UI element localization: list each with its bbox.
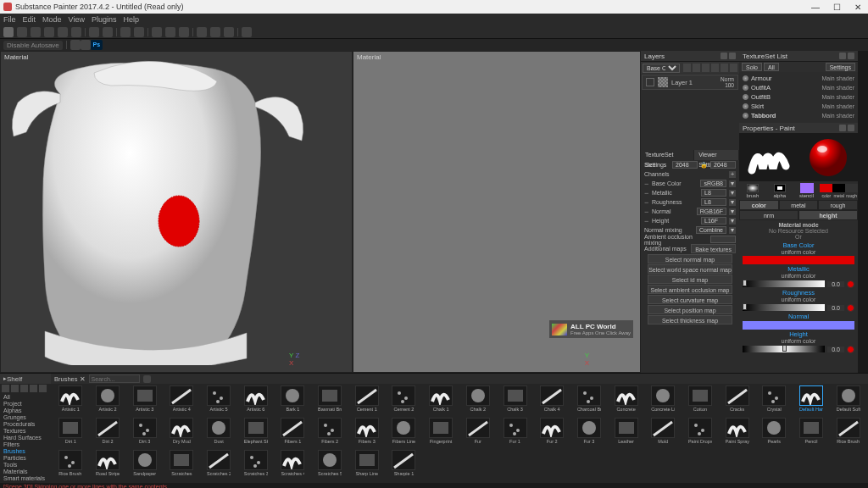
textureset-list-header[interactable]: TextureSet List xyxy=(739,51,858,62)
brush-thumbnail[interactable] xyxy=(355,385,379,406)
blend-mode-select[interactable]: Base Col… xyxy=(643,64,680,73)
substance-icon[interactable] xyxy=(242,27,252,37)
brush-thumbnail[interactable] xyxy=(615,418,638,438)
layer-thumbnail[interactable] xyxy=(658,77,668,87)
shelf-category[interactable]: Materials xyxy=(0,469,51,475)
remove-channel-icon[interactable]: − xyxy=(644,189,649,197)
viewport-3d[interactable]: Material Y ZX xyxy=(0,51,353,373)
brush-preset[interactable]: Elephant Skin xyxy=(237,418,274,449)
remove-channel-icon[interactable]: − xyxy=(644,217,649,225)
remove-channel-icon[interactable]: − xyxy=(644,198,649,207)
base-color-mode[interactable]: uniform color xyxy=(739,249,858,255)
brush-thumbnail[interactable] xyxy=(133,385,157,406)
brush-preset[interactable]: Fur 3 xyxy=(571,418,608,449)
undock-icon[interactable] xyxy=(721,53,727,59)
channel-format-select[interactable]: L8 xyxy=(701,198,726,206)
metallic-slider[interactable]: 0.0 xyxy=(739,279,858,289)
shelf-search-input[interactable] xyxy=(89,374,140,383)
smudge-tool-icon[interactable] xyxy=(58,27,68,37)
shelf-view-icon[interactable] xyxy=(2,385,9,392)
tab-brush[interactable]: brush xyxy=(739,181,766,200)
brush-thumbnail[interactable] xyxy=(726,385,749,406)
brush-preset[interactable]: Road Stripes xyxy=(90,450,126,481)
brush-preset[interactable]: Dirt 3 xyxy=(126,418,163,449)
perspective-icon[interactable] xyxy=(152,27,162,37)
iray-icon[interactable] xyxy=(197,27,207,37)
channel-metal-toggle[interactable]: metal xyxy=(779,200,819,210)
quickmask-icon[interactable] xyxy=(103,27,113,37)
brush-preset[interactable]: Rice Brush xyxy=(830,418,866,449)
menu-edit[interactable]: Edit xyxy=(23,15,36,24)
brush-preset[interactable]: Sharp Line xyxy=(348,450,385,481)
brush-thumbnail[interactable] xyxy=(281,418,304,438)
brush-thumbnail[interactable] xyxy=(466,385,490,406)
brush-preset[interactable]: Bark 1 xyxy=(275,385,311,417)
brush-preset[interactable]: Scratches 3 xyxy=(237,450,274,481)
menu-file[interactable]: File xyxy=(3,15,16,24)
shelf-category[interactable]: Alphas xyxy=(0,408,51,414)
maximize-button[interactable]: ☐ xyxy=(830,3,844,12)
size-select-2[interactable]: 2048 xyxy=(710,161,736,169)
add-fill-icon[interactable] xyxy=(711,64,719,72)
brush-thumbnail[interactable] xyxy=(540,418,564,438)
orthographic-icon[interactable] xyxy=(165,27,175,37)
symmetry-icon[interactable] xyxy=(120,27,131,37)
brush-preset[interactable]: Cotton xyxy=(682,385,719,417)
brush-preset[interactable]: Chalk 3 xyxy=(497,385,533,417)
brush-preset[interactable]: Dirt 1 xyxy=(53,418,89,449)
undo-icon[interactable] xyxy=(70,40,81,50)
height-slider[interactable]: 0.0 xyxy=(739,344,858,354)
delete-layer-icon[interactable] xyxy=(730,64,737,72)
visibility-toggle-icon[interactable] xyxy=(646,78,654,86)
properties-panel-header[interactable]: Properties - Paint xyxy=(739,123,858,134)
brush-preset[interactable]: Artistic 1 xyxy=(53,385,89,417)
brush-thumbnail[interactable] xyxy=(96,385,120,406)
close-panel-icon[interactable] xyxy=(848,53,854,59)
channel-format-select[interactable]: L8 xyxy=(701,189,726,197)
textureset-item[interactable]: SkirtMain shader xyxy=(741,102,856,111)
brush-thumbnail[interactable] xyxy=(615,385,638,406)
height-mode[interactable]: uniform color xyxy=(739,338,858,344)
brush-thumbnail[interactable] xyxy=(170,450,193,470)
close-panel-icon[interactable] xyxy=(729,53,736,59)
brush-preset[interactable]: Pearls xyxy=(756,418,793,449)
brush-thumbnail[interactable] xyxy=(170,418,193,438)
textureset-shader[interactable]: Main shader xyxy=(821,75,854,81)
remove-channel-icon[interactable]: − xyxy=(644,208,649,216)
shelf-view-icon[interactable] xyxy=(30,385,37,392)
brush-preset[interactable]: Fur xyxy=(460,418,497,449)
brush-thumbnail[interactable] xyxy=(837,385,860,406)
close-button[interactable]: ✕ xyxy=(851,3,865,12)
textureset-shader[interactable]: Main shader xyxy=(821,94,854,100)
brush-thumbnail[interactable] xyxy=(429,385,453,406)
brush-thumbnail[interactable] xyxy=(133,450,157,470)
channel-menu-icon[interactable]: ▾ xyxy=(729,180,736,187)
channel-rough-toggle[interactable]: rough xyxy=(818,200,858,210)
visibility-icon[interactable] xyxy=(743,113,748,119)
size-select-1[interactable]: 2048 xyxy=(672,161,698,169)
polyfill-tool-icon[interactable] xyxy=(44,27,54,37)
brush-thumbnail[interactable] xyxy=(170,385,193,406)
all-button[interactable]: All xyxy=(764,63,779,71)
channel-color-toggle[interactable]: color xyxy=(739,200,779,210)
brush-preset[interactable]: Concrete xyxy=(608,385,644,417)
map-select-button[interactable]: Select normal map xyxy=(648,254,732,263)
brush-preset[interactable]: Charcoal Br... xyxy=(571,385,608,417)
brush-thumbnail[interactable] xyxy=(726,418,749,438)
redo-icon[interactable] xyxy=(81,40,91,50)
channel-menu-icon[interactable]: ▾ xyxy=(729,208,736,215)
channel-menu-icon[interactable]: ▾ xyxy=(729,199,736,206)
roughness-mode[interactable]: uniform color xyxy=(739,297,858,302)
shelf-category[interactable]: Hard Surfaces xyxy=(0,435,51,441)
brush-preset[interactable]: Mold xyxy=(645,418,682,449)
brush-preset[interactable]: Chalk 2 xyxy=(460,385,497,417)
shelf-category[interactable]: All xyxy=(0,394,51,401)
viewport-2d[interactable]: Material YX ALL PC World Free Apps One C… xyxy=(353,51,641,373)
brush-thumbnail[interactable] xyxy=(651,418,675,438)
roughness-slider[interactable]: 0.0 xyxy=(739,302,858,313)
brush-thumbnail[interactable] xyxy=(281,385,304,406)
brush-preset[interactable]: Fingerprint xyxy=(423,418,459,449)
brush-thumbnail[interactable] xyxy=(392,450,415,470)
tab-alpha[interactable]: alpha xyxy=(766,181,793,200)
photoshop-export-icon[interactable]: Ps xyxy=(91,40,103,50)
